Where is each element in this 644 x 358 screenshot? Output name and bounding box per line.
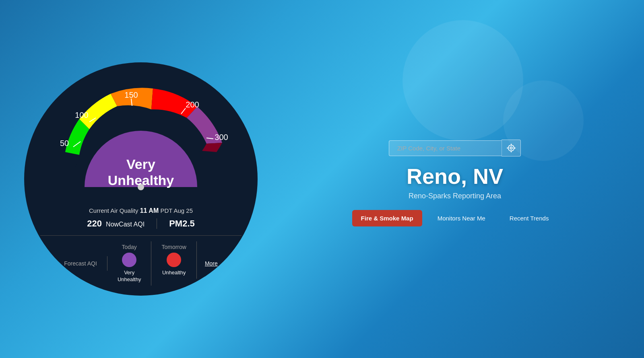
gauge-svg-wrapper: 50 100 150 200 300 V xyxy=(40,74,242,195)
current-air-quality-label: Current Air Quality 11 AM PDT Aug 25 xyxy=(40,207,242,214)
city-name: Reno, NV xyxy=(407,165,503,188)
forecast-today: Today VeryUnhealthy xyxy=(107,241,152,286)
pollutant-label: PM2.5 xyxy=(157,218,207,229)
monitors-near-me-button[interactable]: Monitors Near Me xyxy=(429,210,494,226)
svg-text:300: 300 xyxy=(215,133,228,142)
svg-text:Unhealthy: Unhealthy xyxy=(108,173,174,188)
aqi-value: 220 NowCast AQI xyxy=(75,218,157,229)
page-container: 50 100 150 200 300 V xyxy=(0,0,644,358)
svg-point-16 xyxy=(508,145,514,151)
action-buttons: Fire & Smoke Map Monitors Near Me Recent… xyxy=(352,210,558,226)
tomorrow-dot xyxy=(167,253,181,267)
fire-smoke-map-button[interactable]: Fire & Smoke Map xyxy=(352,210,422,226)
svg-text:Very: Very xyxy=(126,156,155,172)
search-input[interactable] xyxy=(389,140,502,156)
more-link[interactable]: More xyxy=(197,258,226,269)
right-panel: Reno, NV Reno-Sparks Reporting Area Fire… xyxy=(290,132,620,226)
today-dot xyxy=(122,253,136,267)
search-bar xyxy=(389,140,521,156)
svg-text:100: 100 xyxy=(75,111,88,119)
reporting-area: Reno-Sparks Reporting Area xyxy=(409,192,501,200)
gauge-circle: 50 100 150 200 300 V xyxy=(24,62,258,296)
recent-trends-button[interactable]: Recent Trends xyxy=(501,210,558,226)
tomorrow-status: Unhealthy xyxy=(162,270,186,276)
svg-point-15 xyxy=(510,147,512,150)
svg-text:150: 150 xyxy=(124,91,138,99)
svg-text:50: 50 xyxy=(60,139,69,148)
location-button[interactable] xyxy=(502,140,521,156)
svg-text:200: 200 xyxy=(186,100,199,109)
forecast-tomorrow: Tomorrow Unhealthy xyxy=(151,241,196,279)
forecast-aqi-label: Forecast AQI xyxy=(56,256,107,271)
today-status: VeryUnhealthy xyxy=(118,270,141,283)
